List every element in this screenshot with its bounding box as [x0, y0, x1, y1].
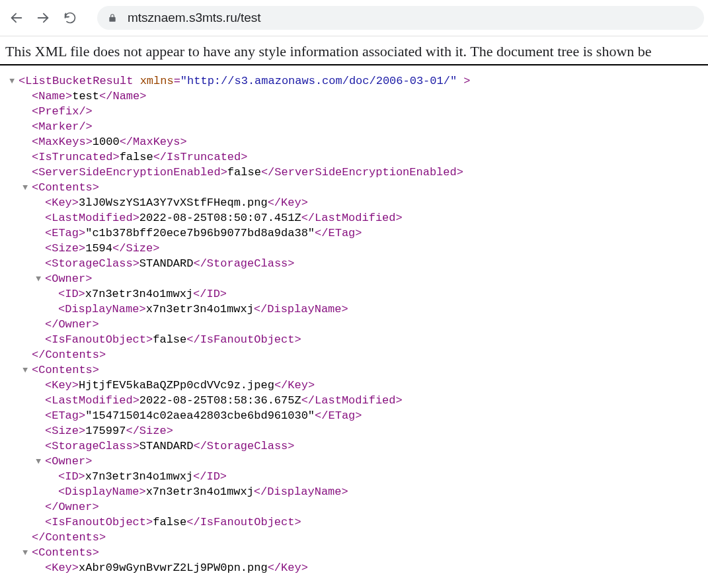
xml-contents-close[interactable]: </Contents>	[5, 347, 708, 362]
xml-notice: This XML file does not appear to have an…	[0, 36, 708, 63]
xml-size[interactable]: <Size>175997</Size>	[5, 423, 708, 439]
xml-storageclass[interactable]: <StorageClass>STANDARD</StorageClass>	[5, 256, 708, 271]
xml-prefix[interactable]: <Prefix/>	[5, 104, 708, 119]
xml-tree: ▼ <ListBucketResult xmlns="http://s3.ama…	[0, 73, 708, 575]
browser-toolbar: mtsznaem.s3mts.ru/test	[0, 0, 708, 36]
xml-owner-open[interactable]: ▼ <Owner>	[5, 454, 708, 469]
xml-owner-id[interactable]: <ID>x7n3etr3n4o1mwxj</ID>	[5, 469, 708, 484]
xml-key[interactable]: <Key>3lJ0WszYS1A3Y7vXStfFHeqm.png</Key>	[5, 195, 708, 210]
disclosure-triangle-icon[interactable]: ▼	[17, 362, 28, 378]
xml-etag[interactable]: <ETag>"c1b378bff20ece7b96b9077bd8a9da38"…	[5, 226, 708, 241]
reload-icon	[63, 11, 77, 24]
xml-fanout[interactable]: <IsFanoutObject>false</IsFanoutObject>	[5, 332, 708, 347]
arrow-right-icon	[36, 11, 50, 25]
reload-button[interactable]	[58, 3, 83, 32]
xml-owner-open[interactable]: ▼ <Owner>	[5, 271, 708, 286]
disclosure-triangle-icon[interactable]: ▼	[4, 73, 15, 89]
address-bar[interactable]: mtsznaem.s3mts.ru/test	[97, 6, 704, 30]
xml-marker[interactable]: <Marker/>	[5, 119, 708, 134]
notice-separator	[0, 64, 708, 65]
forward-button[interactable]	[30, 3, 56, 32]
xml-fanout[interactable]: <IsFanoutObject>false</IsFanoutObject>	[5, 515, 708, 530]
xml-maxkeys[interactable]: <MaxKeys>1000</MaxKeys>	[5, 134, 708, 149]
address-bar-container: mtsznaem.s3mts.ru/test	[97, 6, 704, 30]
arrow-left-icon	[9, 11, 24, 25]
xml-size[interactable]: <Size>1594</Size>	[5, 241, 708, 256]
xml-owner-displayname[interactable]: <DisplayName>x7n3etr3n4o1mwxj</DisplayNa…	[5, 302, 708, 317]
xml-owner-displayname[interactable]: <DisplayName>x7n3etr3n4o1mwxj</DisplayNa…	[5, 484, 708, 499]
xml-key[interactable]: <Key>HjtjfEV5kaBaQZPp0cdVVc9z.jpeg</Key>	[5, 378, 708, 393]
xml-istruncated[interactable]: <IsTruncated>false</IsTruncated>	[5, 149, 708, 165]
disclosure-triangle-icon[interactable]: ▼	[30, 271, 41, 286]
xml-contents-open[interactable]: ▼ <Contents>	[5, 362, 708, 378]
address-bar-text: mtsznaem.s3mts.ru/test	[128, 11, 261, 25]
back-button[interactable]	[4, 3, 29, 32]
xml-contents-open[interactable]: ▼ <Contents>	[5, 180, 708, 195]
disclosure-triangle-icon[interactable]: ▼	[17, 180, 28, 195]
xml-lastmodified[interactable]: <LastModified>2022-08-25T08:58:36.675Z</…	[5, 393, 708, 408]
xml-owner-close[interactable]: </Owner>	[5, 317, 708, 332]
xml-lastmodified[interactable]: <LastModified>2022-08-25T08:50:07.451Z</…	[5, 210, 708, 226]
xml-name[interactable]: <Name>test</Name>	[5, 89, 708, 104]
xml-root-open[interactable]: ▼ <ListBucketResult xmlns="http://s3.ama…	[5, 73, 708, 89]
xml-storageclass[interactable]: <StorageClass>STANDARD</StorageClass>	[5, 439, 708, 454]
lock-icon	[106, 13, 118, 23]
xml-key[interactable]: <Key>xAbr09wGynBvwrZ2Lj9PW0pn.png</Key>	[5, 560, 708, 575]
disclosure-triangle-icon[interactable]: ▼	[30, 454, 41, 469]
xml-owner-id[interactable]: <ID>x7n3etr3n4o1mwxj</ID>	[5, 286, 708, 302]
xml-owner-close[interactable]: </Owner>	[5, 499, 708, 515]
disclosure-triangle-icon[interactable]: ▼	[17, 545, 28, 560]
xml-etag[interactable]: <ETag>"154715014c02aea42803cbe6bd961030"…	[5, 408, 708, 423]
xml-contents-open[interactable]: ▼ <Contents>	[5, 545, 708, 560]
xml-sse[interactable]: <ServerSideEncryptionEnabled>false</Serv…	[5, 165, 708, 180]
xml-contents-close[interactable]: </Contents>	[5, 530, 708, 545]
